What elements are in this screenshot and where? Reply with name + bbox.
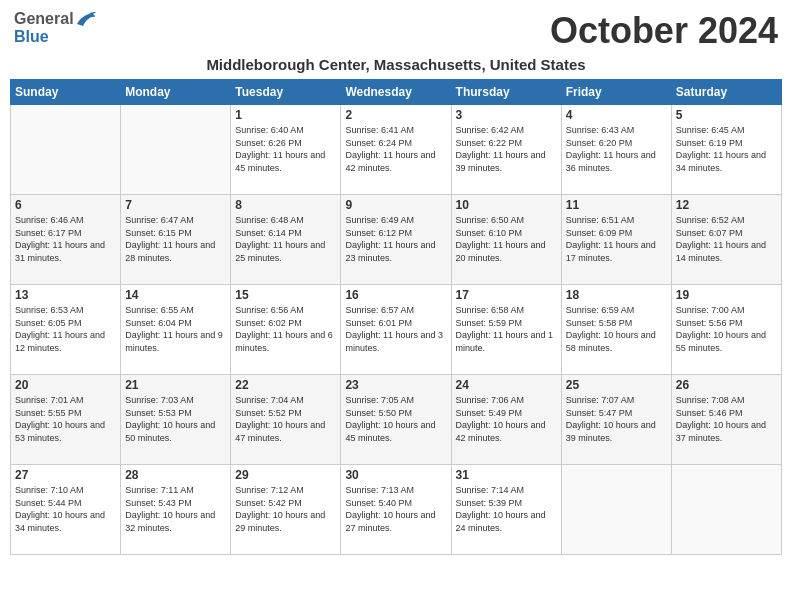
calendar-cell: 22Sunrise: 7:04 AM Sunset: 5:52 PM Dayli… — [231, 375, 341, 465]
calendar-cell: 27Sunrise: 7:10 AM Sunset: 5:44 PM Dayli… — [11, 465, 121, 555]
weekday-sunday: Sunday — [11, 80, 121, 105]
day-number: 3 — [456, 108, 557, 122]
day-number: 14 — [125, 288, 226, 302]
day-number: 10 — [456, 198, 557, 212]
day-info: Sunrise: 6:50 AM Sunset: 6:10 PM Dayligh… — [456, 214, 557, 264]
calendar-cell: 8Sunrise: 6:48 AM Sunset: 6:14 PM Daylig… — [231, 195, 341, 285]
day-number: 20 — [15, 378, 116, 392]
calendar-table: SundayMondayTuesdayWednesdayThursdayFrid… — [10, 79, 782, 555]
logo: General Blue — [14, 10, 98, 46]
day-info: Sunrise: 7:14 AM Sunset: 5:39 PM Dayligh… — [456, 484, 557, 534]
day-info: Sunrise: 7:12 AM Sunset: 5:42 PM Dayligh… — [235, 484, 336, 534]
day-info: Sunrise: 6:58 AM Sunset: 5:59 PM Dayligh… — [456, 304, 557, 354]
day-info: Sunrise: 7:01 AM Sunset: 5:55 PM Dayligh… — [15, 394, 116, 444]
calendar-cell: 19Sunrise: 7:00 AM Sunset: 5:56 PM Dayli… — [671, 285, 781, 375]
day-number: 18 — [566, 288, 667, 302]
day-info: Sunrise: 6:52 AM Sunset: 6:07 PM Dayligh… — [676, 214, 777, 264]
calendar-cell: 29Sunrise: 7:12 AM Sunset: 5:42 PM Dayli… — [231, 465, 341, 555]
calendar-cell: 20Sunrise: 7:01 AM Sunset: 5:55 PM Dayli… — [11, 375, 121, 465]
day-info: Sunrise: 6:41 AM Sunset: 6:24 PM Dayligh… — [345, 124, 446, 174]
day-number: 26 — [676, 378, 777, 392]
day-number: 7 — [125, 198, 226, 212]
weekday-tuesday: Tuesday — [231, 80, 341, 105]
month-title: October 2024 — [550, 10, 778, 52]
day-info: Sunrise: 7:11 AM Sunset: 5:43 PM Dayligh… — [125, 484, 226, 534]
calendar-cell: 4Sunrise: 6:43 AM Sunset: 6:20 PM Daylig… — [561, 105, 671, 195]
day-number: 22 — [235, 378, 336, 392]
day-number: 25 — [566, 378, 667, 392]
day-number: 4 — [566, 108, 667, 122]
calendar-cell: 10Sunrise: 6:50 AM Sunset: 6:10 PM Dayli… — [451, 195, 561, 285]
week-row-1: 1Sunrise: 6:40 AM Sunset: 6:26 PM Daylig… — [11, 105, 782, 195]
day-number: 6 — [15, 198, 116, 212]
day-info: Sunrise: 7:04 AM Sunset: 5:52 PM Dayligh… — [235, 394, 336, 444]
day-info: Sunrise: 7:00 AM Sunset: 5:56 PM Dayligh… — [676, 304, 777, 354]
calendar-cell: 15Sunrise: 6:56 AM Sunset: 6:02 PM Dayli… — [231, 285, 341, 375]
day-number: 8 — [235, 198, 336, 212]
day-info: Sunrise: 6:55 AM Sunset: 6:04 PM Dayligh… — [125, 304, 226, 354]
calendar-cell: 17Sunrise: 6:58 AM Sunset: 5:59 PM Dayli… — [451, 285, 561, 375]
calendar-cell: 6Sunrise: 6:46 AM Sunset: 6:17 PM Daylig… — [11, 195, 121, 285]
day-number: 11 — [566, 198, 667, 212]
calendar-cell — [11, 105, 121, 195]
calendar-cell: 23Sunrise: 7:05 AM Sunset: 5:50 PM Dayli… — [341, 375, 451, 465]
day-info: Sunrise: 7:10 AM Sunset: 5:44 PM Dayligh… — [15, 484, 116, 534]
calendar-cell: 11Sunrise: 6:51 AM Sunset: 6:09 PM Dayli… — [561, 195, 671, 285]
weekday-saturday: Saturday — [671, 80, 781, 105]
day-number: 1 — [235, 108, 336, 122]
calendar-cell: 18Sunrise: 6:59 AM Sunset: 5:58 PM Dayli… — [561, 285, 671, 375]
day-number: 21 — [125, 378, 226, 392]
day-info: Sunrise: 6:48 AM Sunset: 6:14 PM Dayligh… — [235, 214, 336, 264]
day-info: Sunrise: 7:06 AM Sunset: 5:49 PM Dayligh… — [456, 394, 557, 444]
week-row-3: 13Sunrise: 6:53 AM Sunset: 6:05 PM Dayli… — [11, 285, 782, 375]
day-number: 30 — [345, 468, 446, 482]
calendar-cell: 9Sunrise: 6:49 AM Sunset: 6:12 PM Daylig… — [341, 195, 451, 285]
day-number: 19 — [676, 288, 777, 302]
day-info: Sunrise: 6:45 AM Sunset: 6:19 PM Dayligh… — [676, 124, 777, 174]
calendar-cell: 30Sunrise: 7:13 AM Sunset: 5:40 PM Dayli… — [341, 465, 451, 555]
day-number: 9 — [345, 198, 446, 212]
day-info: Sunrise: 7:05 AM Sunset: 5:50 PM Dayligh… — [345, 394, 446, 444]
day-number: 29 — [235, 468, 336, 482]
day-info: Sunrise: 6:53 AM Sunset: 6:05 PM Dayligh… — [15, 304, 116, 354]
calendar-cell: 3Sunrise: 6:42 AM Sunset: 6:22 PM Daylig… — [451, 105, 561, 195]
calendar-cell: 25Sunrise: 7:07 AM Sunset: 5:47 PM Dayli… — [561, 375, 671, 465]
weekday-friday: Friday — [561, 80, 671, 105]
logo-blue-text: Blue — [14, 28, 49, 45]
calendar-cell: 24Sunrise: 7:06 AM Sunset: 5:49 PM Dayli… — [451, 375, 561, 465]
calendar-cell — [561, 465, 671, 555]
day-info: Sunrise: 6:51 AM Sunset: 6:09 PM Dayligh… — [566, 214, 667, 264]
calendar-cell: 7Sunrise: 6:47 AM Sunset: 6:15 PM Daylig… — [121, 195, 231, 285]
day-info: Sunrise: 6:46 AM Sunset: 6:17 PM Dayligh… — [15, 214, 116, 264]
day-number: 24 — [456, 378, 557, 392]
day-info: Sunrise: 6:56 AM Sunset: 6:02 PM Dayligh… — [235, 304, 336, 354]
week-row-4: 20Sunrise: 7:01 AM Sunset: 5:55 PM Dayli… — [11, 375, 782, 465]
day-info: Sunrise: 6:42 AM Sunset: 6:22 PM Dayligh… — [456, 124, 557, 174]
weekday-header-row: SundayMondayTuesdayWednesdayThursdayFrid… — [11, 80, 782, 105]
week-row-2: 6Sunrise: 6:46 AM Sunset: 6:17 PM Daylig… — [11, 195, 782, 285]
calendar-cell: 14Sunrise: 6:55 AM Sunset: 6:04 PM Dayli… — [121, 285, 231, 375]
calendar-cell: 2Sunrise: 6:41 AM Sunset: 6:24 PM Daylig… — [341, 105, 451, 195]
day-number: 31 — [456, 468, 557, 482]
calendar-cell: 12Sunrise: 6:52 AM Sunset: 6:07 PM Dayli… — [671, 195, 781, 285]
calendar-cell: 5Sunrise: 6:45 AM Sunset: 6:19 PM Daylig… — [671, 105, 781, 195]
calendar-cell: 28Sunrise: 7:11 AM Sunset: 5:43 PM Dayli… — [121, 465, 231, 555]
calendar-cell: 13Sunrise: 6:53 AM Sunset: 6:05 PM Dayli… — [11, 285, 121, 375]
calendar-cell — [671, 465, 781, 555]
location-title: Middleborough Center, Massachusetts, Uni… — [10, 56, 782, 73]
day-info: Sunrise: 6:43 AM Sunset: 6:20 PM Dayligh… — [566, 124, 667, 174]
weekday-monday: Monday — [121, 80, 231, 105]
calendar-cell: 21Sunrise: 7:03 AM Sunset: 5:53 PM Dayli… — [121, 375, 231, 465]
logo-bird-icon — [75, 10, 97, 28]
day-number: 15 — [235, 288, 336, 302]
day-number: 13 — [15, 288, 116, 302]
day-number: 17 — [456, 288, 557, 302]
day-info: Sunrise: 6:49 AM Sunset: 6:12 PM Dayligh… — [345, 214, 446, 264]
day-number: 23 — [345, 378, 446, 392]
day-number: 27 — [15, 468, 116, 482]
calendar-cell: 31Sunrise: 7:14 AM Sunset: 5:39 PM Dayli… — [451, 465, 561, 555]
page-header: General Blue October 2024 — [10, 10, 782, 52]
calendar-cell — [121, 105, 231, 195]
calendar-cell: 1Sunrise: 6:40 AM Sunset: 6:26 PM Daylig… — [231, 105, 341, 195]
day-number: 12 — [676, 198, 777, 212]
